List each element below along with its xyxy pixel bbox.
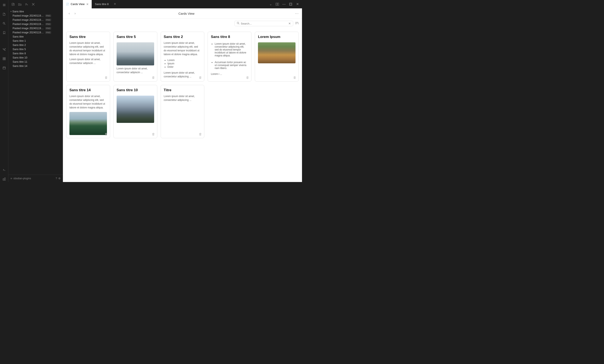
card-delete-button[interactable]: 🗑 — [199, 132, 202, 136]
svg-rect-21 — [3, 179, 4, 180]
sidebar-item-8[interactable]: Sans titre 8 — [8, 51, 63, 56]
card-sans-titre-10[interactable]: Sans titre 10 🗑 — [113, 85, 157, 138]
files-icon[interactable] — [1, 11, 7, 17]
item-text: Sans titre — [13, 35, 24, 38]
calendar-icon[interactable] — [1, 65, 7, 71]
back-button[interactable]: ‹ — [66, 11, 72, 16]
folder-sans-titre[interactable]: ▾ Sans titre — [8, 9, 63, 14]
tab-doc-icon: 📄 — [66, 3, 69, 6]
svg-rect-13 — [4, 57, 5, 59]
card-text: Lorem ipsum dolor sit amet, consectetur … — [117, 67, 154, 74]
card-text-2: Lorem ipsum dolor sit amet, consectetur … — [164, 71, 201, 78]
item-text: Sans titre 1 — [13, 39, 26, 42]
svg-rect-0 — [3, 4, 5, 4]
card-delete-button[interactable]: 🗑 — [105, 76, 108, 79]
close-window-icon[interactable]: ✕ — [294, 1, 300, 7]
card-text: Lorem ipsum dolor sit amet, consectetur … — [164, 94, 201, 102]
svg-rect-16 — [3, 67, 5, 69]
card-sans-titre[interactable]: Sans titre Lorem ipsum dolor sit amet, c… — [66, 32, 110, 82]
sidebar-item-png4[interactable]: Pasted image 202401191... PNG — [8, 26, 63, 30]
sidebar-item-png1[interactable]: Pasted image 202401191... PNG — [8, 14, 63, 18]
bookmark-icon[interactable] — [1, 30, 7, 36]
cards-toolbar: ✕ — [63, 19, 302, 28]
grid-icon[interactable] — [1, 56, 7, 62]
tab-list-icon[interactable]: ⌄ — [268, 1, 274, 7]
svg-line-37 — [239, 24, 239, 24]
sidebar-item-5[interactable]: Sans titre 5 — [8, 47, 63, 51]
card-image-autumn — [258, 42, 295, 63]
sidebar-item-2[interactable]: Sans titre 2 — [8, 43, 63, 47]
card-title: Sans titre 14 — [69, 88, 107, 92]
card-lorem-ipsum[interactable]: Lorem Ipsum 🗑 — [255, 32, 299, 82]
item-text: Sans titre 14 — [13, 64, 27, 67]
svg-rect-33 — [277, 3, 279, 5]
blocks-icon[interactable] — [1, 176, 7, 182]
tab-bar: 📄 Cards View ✕ Sans titre 8 + ⌄ — — [63, 0, 302, 8]
card-sans-titre-14[interactable]: Sans titre 14 Lorem ipsum dolor sit amet… — [66, 85, 110, 138]
sidebar-item-png5[interactable]: Pasted image 202401191... PNG — [8, 30, 63, 35]
svg-line-4 — [5, 24, 5, 25]
maximize-icon[interactable] — [288, 1, 294, 7]
minimize-icon[interactable]: — — [281, 1, 287, 7]
card-sans-titre-5[interactable]: Sans titre 5 Lorem ipsum dolor sit amet,… — [113, 32, 157, 82]
card-sans-titre-2[interactable]: Sans titre 2 Lorem ipsum dolor sit amet,… — [161, 32, 204, 82]
tab-add-button[interactable]: + — [112, 0, 118, 8]
sidebar-item-png2[interactable]: Pasted image 202401191... PNG — [8, 18, 63, 22]
card-list: Lorem Ipsum Dolor — [164, 58, 201, 69]
list-item: Lorem ipsum dolor sit amet, consectetur … — [214, 42, 248, 57]
vault-arrow-icon: ⟳ — [11, 177, 12, 180]
sidebar-toggle-icon[interactable] — [1, 2, 7, 8]
split-view-icon[interactable] — [274, 1, 280, 7]
card-delete-button[interactable]: 🗑 — [246, 76, 249, 79]
graph-icon[interactable] — [1, 47, 7, 52]
svg-point-5 — [4, 49, 5, 50]
item-text: Pasted image 202401191... — [13, 18, 44, 21]
item-text: Pasted image 202401191... — [13, 31, 44, 34]
card-sans-titre-8[interactable]: Sans titre 8 Lorem ipsum dolor sit amet,… — [208, 32, 252, 82]
more-options-button[interactable]: ⋯ — [295, 11, 299, 16]
svg-rect-12 — [3, 57, 4, 59]
card-title: Sans titre 2 — [164, 35, 201, 39]
card-delete-button[interactable]: 🗑 — [293, 76, 296, 79]
folder-label: Sans titre — [12, 10, 24, 13]
folder-arrow-icon: ▾ — [11, 10, 12, 13]
sort-icon[interactable] — [24, 2, 29, 7]
card-list: Lorem ipsum dolor sit amet, consectetur … — [211, 42, 248, 57]
card-title: Sans titre 8 — [211, 35, 248, 39]
search-icon[interactable] — [1, 21, 7, 26]
settings-icon[interactable]: ⚙ — [58, 177, 61, 180]
card-text-2: Lorem ipsum dolor sit amet, consectetur … — [69, 57, 107, 65]
item-text: Sans titre 10 — [13, 56, 27, 59]
card-delete-button[interactable]: 🗑 — [152, 132, 155, 136]
card-delete-button[interactable]: 🗑 — [105, 132, 108, 136]
new-note-icon[interactable] — [11, 2, 15, 7]
item-text: Sans titre 11 — [13, 60, 27, 63]
tab-sans-titre-8[interactable]: Sans titre 8 — [92, 0, 112, 8]
sidebar-item-14[interactable]: Sans titre 14 — [8, 64, 63, 68]
forward-button[interactable]: › — [72, 11, 78, 16]
tab-cards-view[interactable]: 📄 Cards View ✕ — [63, 0, 92, 8]
png-badge: PNG — [45, 27, 51, 30]
new-folder-icon[interactable] — [17, 2, 22, 7]
card-delete-button[interactable]: 🗑 — [199, 76, 202, 79]
card-delete-button[interactable]: 🗑 — [152, 76, 155, 79]
tab-close-button[interactable]: ✕ — [86, 2, 89, 6]
sidebar-item-sans-titre[interactable]: Sans titre — [8, 35, 63, 39]
item-text: Pasted image 202401191... — [13, 14, 44, 17]
sidebar-item-10[interactable]: Sans titre 10 — [8, 56, 63, 60]
cards-grid: Sans titre Lorem ipsum dolor sit amet, c… — [63, 28, 302, 182]
terminal-icon[interactable] — [1, 167, 7, 173]
card-titre[interactable]: Titre Lorem ipsum dolor sit amet, consec… — [161, 85, 204, 138]
search-clear-button[interactable]: ✕ — [288, 22, 291, 25]
search-input[interactable] — [241, 22, 287, 25]
help-icon[interactable]: ? — [56, 177, 57, 180]
tab-label-inactive: Sans titre 8 — [95, 2, 109, 6]
item-text: Pasted image 202401191... — [13, 27, 44, 30]
card-image-mountain — [117, 96, 154, 123]
sort-button[interactable] — [295, 21, 299, 26]
collapse-icon[interactable] — [31, 2, 36, 7]
sidebar-item-png3[interactable]: Pasted image 202401191... PNG — [8, 22, 63, 26]
sidebar-item-11[interactable]: Sans titre 11 — [8, 60, 63, 64]
sidebar-item-1[interactable]: Sans titre 1 — [8, 39, 63, 43]
card-image-forest — [69, 112, 107, 135]
